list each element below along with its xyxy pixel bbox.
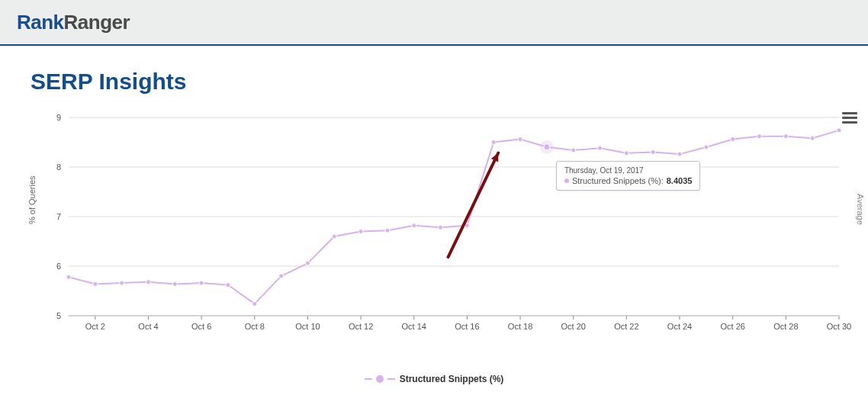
svg-text:Oct 26: Oct 26 (720, 322, 744, 331)
chart-plot: 56789Oct 2Oct 4Oct 6Oct 8Oct 10Oct 12Oct… (23, 110, 862, 339)
logo-part-2: Ranger (64, 11, 130, 34)
svg-text:Oct 28: Oct 28 (773, 322, 798, 331)
tooltip-date: Thursday, Oct 19, 2017 (564, 166, 693, 175)
svg-text:Oct 22: Oct 22 (614, 322, 638, 331)
legend-dot-icon (377, 376, 383, 382)
svg-point-48 (252, 301, 257, 306)
tooltip-dot-icon (564, 178, 569, 183)
svg-point-61 (598, 146, 603, 150)
svg-text:Oct 30: Oct 30 (827, 322, 851, 331)
svg-point-60 (571, 148, 576, 153)
chart-container: % of Queries Average 56789Oct 2Oct 4Oct … (23, 110, 862, 369)
svg-point-64 (677, 152, 682, 156)
tooltip-value: 8.4035 (667, 176, 693, 185)
svg-point-51 (332, 234, 336, 239)
tooltip: Thursday, Oct 19, 2017 Structured Snippe… (556, 161, 701, 191)
svg-point-44 (146, 280, 150, 284)
svg-text:Oct 24: Oct 24 (667, 322, 692, 331)
svg-point-47 (226, 283, 230, 288)
legend[interactable]: Structured Snippets (%) (15, 374, 853, 384)
svg-point-54 (412, 223, 416, 228)
svg-text:6: 6 (56, 262, 61, 271)
svg-point-42 (93, 281, 98, 286)
right-axis-label: Average (856, 194, 865, 225)
svg-point-70 (837, 128, 841, 133)
svg-text:Oct 20: Oct 20 (561, 322, 586, 331)
header: RankRanger (0, 0, 868, 46)
svg-point-53 (385, 228, 390, 233)
svg-text:Oct 2: Oct 2 (85, 322, 105, 331)
legend-label: Structured Snippets (%) (400, 374, 504, 384)
legend-line-icon (387, 378, 395, 380)
svg-point-41 (66, 275, 71, 279)
svg-point-57 (491, 140, 496, 145)
svg-point-69 (810, 136, 815, 140)
svg-point-68 (783, 134, 788, 139)
svg-text:Oct 8: Oct 8 (245, 322, 265, 331)
svg-text:Oct 6: Oct 6 (191, 322, 211, 331)
logo-part-1: Rank (17, 11, 64, 34)
svg-point-49 (279, 274, 284, 278)
svg-point-55 (439, 225, 443, 230)
svg-point-63 (651, 150, 655, 155)
logo: RankRanger (17, 11, 130, 34)
svg-text:5: 5 (56, 311, 61, 320)
page-title: SERP Insights (31, 69, 853, 95)
svg-point-65 (704, 145, 709, 149)
svg-text:Oct 16: Oct 16 (455, 322, 479, 331)
svg-line-73 (448, 153, 499, 258)
svg-point-66 (731, 137, 735, 142)
legend-line-icon (365, 378, 372, 380)
tooltip-series-name: Structured Snippets (%): (572, 176, 664, 185)
svg-text:7: 7 (56, 212, 61, 221)
svg-text:9: 9 (56, 113, 61, 122)
svg-text:Oct 10: Oct 10 (295, 322, 320, 331)
svg-point-45 (172, 281, 177, 286)
svg-point-52 (358, 230, 363, 234)
svg-text:Oct 14: Oct 14 (402, 322, 426, 331)
y-axis-label: % of Queries (27, 175, 37, 224)
svg-text:8: 8 (56, 162, 61, 172)
chart-menu-icon[interactable] (842, 110, 857, 125)
svg-point-46 (199, 281, 204, 285)
svg-point-58 (518, 137, 522, 142)
svg-text:Oct 12: Oct 12 (349, 322, 373, 331)
svg-point-50 (305, 261, 310, 265)
svg-point-43 (120, 281, 124, 285)
svg-point-62 (624, 151, 628, 156)
content: SERP Insights % of Queries Average 56789… (0, 46, 868, 384)
svg-point-67 (757, 134, 762, 139)
svg-text:Oct 4: Oct 4 (138, 322, 158, 331)
svg-text:Oct 18: Oct 18 (508, 322, 532, 331)
svg-point-72 (544, 144, 550, 150)
